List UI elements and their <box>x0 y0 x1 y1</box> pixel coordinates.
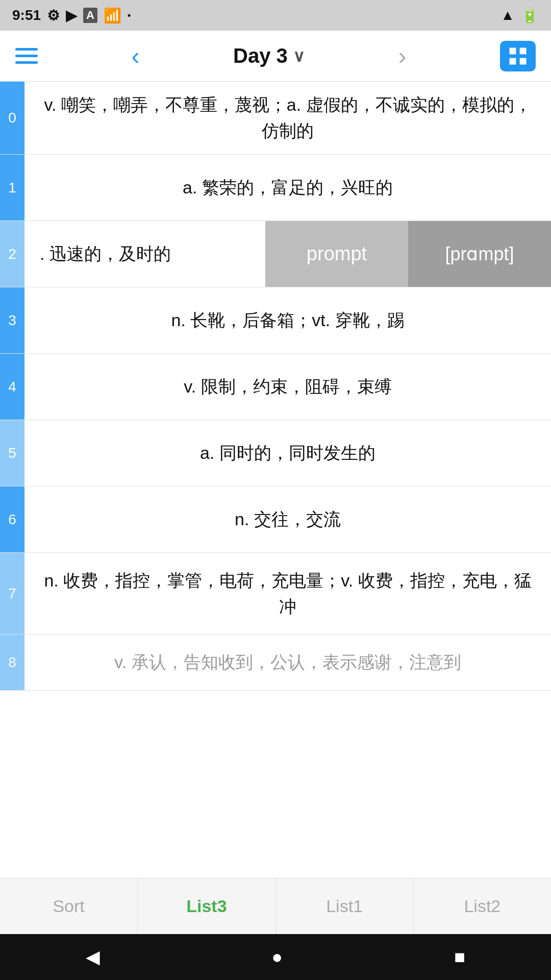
word-definition-6: n. 交往，交流 <box>24 486 551 552</box>
day-title-label: Day 3 <box>233 44 288 67</box>
android-back-button[interactable]: ◀ <box>65 941 120 973</box>
word-index-5: 5 <box>0 420 24 486</box>
wifi-icon: 📶 <box>104 7 121 24</box>
android-recent-button[interactable]: ■ <box>434 941 486 973</box>
word-definition-7: n. 收费，指控，掌管，电荷，充电量；v. 收费，指控，充电，猛冲 <box>24 553 551 634</box>
back-button[interactable]: ‹ <box>121 44 150 68</box>
word-index-0: 0 <box>0 82 24 154</box>
dot-icon: • <box>128 10 131 21</box>
word-definition-1: a. 繁荣的，富足的，兴旺的 <box>24 155 551 220</box>
word-index-1: 1 <box>0 155 24 220</box>
word-row[interactable]: 1 a. 繁荣的，富足的，兴旺的 <box>0 155 551 221</box>
play-icon: ▶ <box>66 7 77 24</box>
word-row-partial[interactable]: 8 v. 承认，告知收到，公认，表示感谢，注意到 <box>0 634 551 691</box>
word-index-2: 2 <box>0 221 24 287</box>
status-bar: 9:51 ⚙ ▶ A 📶 • ▲ 🔋 <box>0 0 551 31</box>
settings-icon: ⚙ <box>47 7 60 24</box>
word-definition-3: n. 长靴，后备箱；vt. 穿靴，踢 <box>24 287 551 353</box>
svg-rect-1 <box>520 47 527 54</box>
signal-icon: ▲ <box>500 7 515 23</box>
grid-icon <box>507 45 529 67</box>
day-title-button[interactable]: Day 3 ∨ <box>233 44 305 67</box>
tab-sort[interactable]: Sort <box>0 878 138 934</box>
word-index-3: 3 <box>0 287 24 353</box>
forward-button[interactable]: › <box>388 44 416 68</box>
tab-list3[interactable]: List3 <box>138 878 276 934</box>
word-index-6: 6 <box>0 486 24 552</box>
nav-bar: ‹ Day 3 ∨ › <box>0 31 551 82</box>
android-nav-bar: ◀ ● ■ <box>0 934 551 980</box>
word-index-4: 4 <box>0 354 24 420</box>
word-definition-5: a. 同时的，同时发生的 <box>24 420 551 486</box>
chevron-down-icon: ∨ <box>293 46 305 66</box>
word-definition-4: v. 限制，约束，阻碍，束缚 <box>24 354 551 420</box>
popup-phonetic: [prɑmpt] <box>408 221 551 287</box>
svg-rect-0 <box>509 47 516 54</box>
word-row[interactable]: 3 n. 长靴，后备箱；vt. 穿靴，踢 <box>0 287 551 354</box>
status-left: 9:51 ⚙ ▶ A 📶 • <box>12 7 131 24</box>
word-row[interactable]: 5 a. 同时的，同时发生的 <box>0 420 551 486</box>
word-row[interactable]: 7 n. 收费，指控，掌管，电荷，充电量；v. 收费，指控，充电，猛冲 <box>0 553 551 634</box>
word-row[interactable]: 0 v. 嘲笑，嘲弄，不尊重，蔑视；a. 虚假的，不诚实的，模拟的，仿制的 <box>0 82 551 155</box>
battery-icon: 🔋 <box>521 7 539 24</box>
svg-rect-3 <box>520 58 527 64</box>
status-right: ▲ 🔋 <box>500 7 539 24</box>
svg-rect-2 <box>509 58 516 64</box>
tab-list2[interactable]: List2 <box>414 878 551 934</box>
word-index-8: 8 <box>0 634 24 690</box>
menu-button[interactable] <box>15 48 38 64</box>
grid-view-button[interactable] <box>500 41 536 71</box>
word-index-7: 7 <box>0 553 24 634</box>
word-row[interactable]: 4 v. 限制，约束，阻碍，束缚 <box>0 354 551 420</box>
word-popup[interactable]: prompt [prɑmpt] <box>265 221 551 287</box>
word-definition-8-partial: v. 承认，告知收到，公认，表示感谢，注意到 <box>24 634 551 690</box>
android-home-button[interactable]: ● <box>251 941 303 973</box>
status-time: 9:51 <box>12 7 41 23</box>
popup-word: prompt <box>265 221 408 287</box>
word-definition-0: v. 嘲笑，嘲弄，不尊重，蔑视；a. 虚假的，不诚实的，模拟的，仿制的 <box>24 82 551 154</box>
word-list: 0 v. 嘲笑，嘲弄，不尊重，蔑视；a. 虚假的，不诚实的，模拟的，仿制的 1 … <box>0 82 551 691</box>
word-row[interactable]: 6 n. 交往，交流 <box>0 486 551 553</box>
bottom-tab-bar: Sort List3 List1 List2 <box>0 878 551 934</box>
word-row-popup[interactable]: 2 . 迅速的，及时的 prompt [prɑmpt] <box>0 221 551 287</box>
tab-list1[interactable]: List1 <box>276 878 414 934</box>
text-icon: A <box>83 8 97 23</box>
